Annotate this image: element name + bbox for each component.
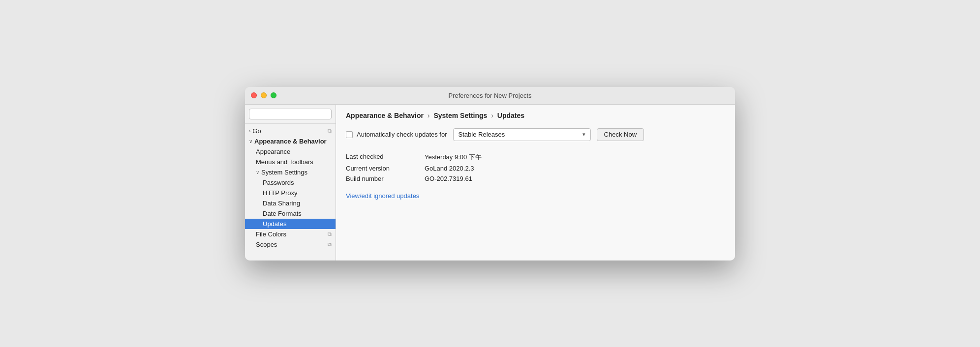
sidebar-item-file-colors[interactable]: File Colors ⧉: [245, 229, 336, 239]
chevron-right-icon: ›: [249, 128, 250, 134]
search-input[interactable]: [249, 109, 332, 119]
sidebar-item-passwords[interactable]: Passwords: [245, 177, 336, 188]
release-type-dropdown[interactable]: Stable Releases ▾: [453, 128, 591, 141]
breadcrumb: Appearance & Behavior › System Settings …: [336, 105, 735, 124]
sidebar-item-go[interactable]: › Go ⧉: [245, 126, 336, 136]
sidebar-item-updates[interactable]: Updates: [245, 219, 336, 229]
sidebar-item-http-proxy[interactable]: HTTP Proxy: [245, 188, 336, 198]
content-area: 🔍 › Go ⧉ ∨ Appearance & Behavior: [245, 105, 735, 260]
breadcrumb-item-0: Appearance & Behavior: [346, 112, 424, 119]
sidebar-item-label: HTTP Proxy: [263, 189, 298, 197]
sidebar-item-label: Passwords: [263, 179, 294, 186]
titlebar: Preferences for New Projects: [245, 87, 735, 105]
minimize-button[interactable]: [261, 92, 267, 98]
breadcrumb-sep-1: ›: [491, 112, 493, 119]
main-content: Appearance & Behavior › System Settings …: [336, 105, 735, 260]
last-checked-value: Yesterday 9:00 下午: [425, 153, 725, 162]
search-bar: 🔍: [245, 105, 336, 124]
traffic-lights: [251, 92, 276, 98]
updates-row: Automatically check updates for Stable R…: [346, 128, 725, 141]
copy-icon: ⧉: [328, 241, 332, 248]
sidebar-item-appearance-behavior[interactable]: ∨ Appearance & Behavior: [245, 136, 336, 146]
search-wrap: 🔍: [249, 109, 332, 119]
sidebar-item-label: Appearance: [256, 148, 290, 155]
sidebar-item-label: Scopes: [256, 241, 277, 248]
chevron-down-icon: ∨: [249, 139, 252, 144]
dropdown-value: Stable Releases: [459, 131, 505, 138]
maximize-button[interactable]: [271, 92, 276, 98]
window-title: Preferences for New Projects: [448, 92, 531, 99]
auto-check-wrap: Automatically check updates for: [346, 131, 447, 138]
breadcrumb-sep-0: ›: [428, 112, 430, 119]
sidebar-item-menus-toolbars[interactable]: Menus and Toolbars: [245, 157, 336, 167]
last-checked-label: Last checked: [346, 153, 425, 162]
sidebar-item-label: Updates: [263, 220, 286, 228]
view-ignored-link[interactable]: View/edit ignored updates: [346, 192, 419, 200]
breadcrumb-item-1: System Settings: [433, 112, 487, 119]
sidebar-item-label: Go: [252, 127, 261, 135]
sidebar-item-scopes[interactable]: Scopes ⧉: [245, 239, 336, 250]
sidebar-item-data-sharing[interactable]: Data Sharing: [245, 198, 336, 208]
sidebar-item-system-settings[interactable]: ∨ System Settings: [245, 167, 336, 177]
preferences-window: Preferences for New Projects 🔍 › Go ⧉: [245, 87, 735, 260]
sidebar-items: › Go ⧉ ∨ Appearance & Behavior Appearanc…: [245, 124, 336, 260]
build-number-value: GO-202.7319.61: [425, 175, 725, 182]
sidebar-item-label: File Colors: [256, 231, 286, 238]
sidebar-item-label: Appearance & Behavior: [254, 138, 327, 145]
sidebar-item-label: Data Sharing: [263, 200, 300, 207]
auto-check-label: Automatically check updates for: [357, 131, 447, 138]
current-version-label: Current version: [346, 165, 425, 172]
sidebar-item-date-formats[interactable]: Date Formats: [245, 208, 336, 219]
close-button[interactable]: [251, 92, 257, 98]
info-grid: Last checked Yesterday 9:00 下午 Current v…: [346, 153, 725, 182]
current-version-value: GoLand 2020.2.3: [425, 165, 725, 172]
chevron-down-icon: ∨: [256, 170, 259, 175]
sidebar-item-label: Menus and Toolbars: [256, 158, 313, 166]
sidebar: 🔍 › Go ⧉ ∨ Appearance & Behavior: [245, 105, 336, 260]
auto-check-checkbox[interactable]: [346, 131, 353, 138]
sidebar-item-label: System Settings: [261, 169, 307, 176]
sidebar-item-label: Date Formats: [263, 210, 302, 217]
breadcrumb-item-2: Updates: [497, 112, 524, 119]
main-body: Automatically check updates for Stable R…: [336, 124, 735, 260]
build-number-label: Build number: [346, 175, 425, 182]
copy-icon: ⧉: [328, 128, 332, 134]
check-now-button[interactable]: Check Now: [597, 128, 644, 141]
copy-icon: ⧉: [328, 231, 332, 237]
sidebar-item-appearance[interactable]: Appearance: [245, 146, 336, 157]
chevron-down-icon: ▾: [582, 131, 585, 138]
